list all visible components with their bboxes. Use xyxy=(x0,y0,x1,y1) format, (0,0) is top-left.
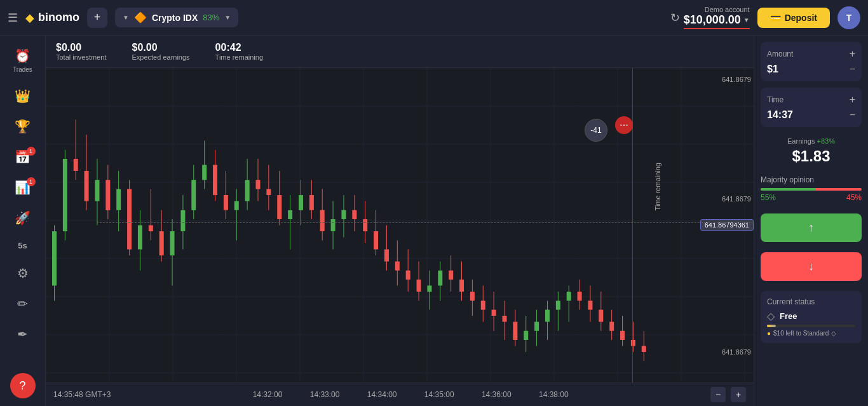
chart-canvas: 641.8679 641.8679 641.8679 641.86794361 … xyxy=(46,68,754,382)
price-label-top: 641.8679 xyxy=(719,74,754,85)
earnings-value: $1.83 xyxy=(761,147,862,165)
status-value: Free xyxy=(780,311,797,321)
diamond-icon: ◇ xyxy=(767,310,775,322)
price-label-mid: 641.8679 xyxy=(719,194,754,204)
left-sidebar: ⏰ Trades 👑 🏆 📅 1 📊 1 🚀 5s ⚙ ✏ ✒ xyxy=(0,36,46,406)
earnings-pct: +83% xyxy=(817,137,835,145)
down-arrow-icon: ↓ xyxy=(808,260,814,273)
amount-section: Amount + $1 − xyxy=(761,42,862,81)
up-arrow-icon: ↑ xyxy=(808,221,814,234)
time-section: Time + 14:37 − xyxy=(761,88,862,127)
trade-up-button[interactable]: ↑ xyxy=(761,213,862,242)
sidebar-item-trades[interactable]: ⏰ Trades xyxy=(5,43,41,78)
current-price-label: 641.86794361 xyxy=(700,219,754,231)
majority-bar-green xyxy=(761,188,816,191)
countdown-bubble: -41 xyxy=(585,119,607,142)
time-remaining-value: 00:42 xyxy=(215,42,263,53)
demo-account: Demo account $10,000.00 ▼ xyxy=(684,6,750,29)
logo-icon: ◆ xyxy=(25,11,34,25)
red-dot-indicator: ⋯ xyxy=(615,116,633,134)
sidebar-bottom: ? xyxy=(10,373,36,398)
zoom-out-button[interactable]: − xyxy=(710,387,726,402)
stat-expected-earnings: $0.00 Expected earnings xyxy=(132,42,189,61)
progress-bar-fill xyxy=(767,325,776,327)
status-info: Free xyxy=(780,311,797,321)
stat-time-remaining: 00:42 Time remaining xyxy=(215,42,263,61)
majority-section: Majority opinion 55% 45% xyxy=(761,175,862,207)
chevron-left-icon: ▼ xyxy=(123,14,129,21)
time-axis-2: 14:33:00 xyxy=(310,390,340,399)
expected-earnings-value: $0.00 xyxy=(132,42,189,53)
menu-icon[interactable]: ☰ xyxy=(8,11,18,25)
asset-pct: 83% xyxy=(203,13,219,22)
deposit-icon: 💳 xyxy=(770,13,781,23)
refresh-icon: ↻ xyxy=(670,11,680,25)
majority-pcts: 55% 45% xyxy=(761,193,862,202)
draw-icon: ✏ xyxy=(17,296,28,311)
sidebar-item-tournaments[interactable]: 🏆 xyxy=(5,114,41,139)
demo-underline xyxy=(684,28,750,29)
status-section-label: Current status xyxy=(767,297,855,306)
time-plus-button[interactable]: + xyxy=(850,94,855,105)
help-button[interactable]: ? xyxy=(10,373,36,398)
sidebar-label-trades: Trades xyxy=(13,66,32,73)
horizontal-dashed-line xyxy=(97,222,754,223)
logo: ◆ binomo xyxy=(25,11,79,25)
sidebar-item-indicator[interactable]: 📊 1 xyxy=(5,175,41,200)
sidebar-item-strategies[interactable]: 🚀 xyxy=(5,205,41,231)
majority-bar xyxy=(761,188,862,191)
amount-minus-button[interactable]: − xyxy=(850,64,855,75)
tournaments-icon: 🏆 xyxy=(15,119,31,134)
progress-label: ● $10 left to Standard ◇ xyxy=(767,330,855,337)
trade-down-button[interactable]: ↓ xyxy=(761,252,862,281)
sidebar-item-interval[interactable]: 5s xyxy=(5,236,41,255)
time-axis: 14:32:00 14:33:00 14:34:00 14:35:00 14:3… xyxy=(116,390,705,399)
main-layout: ⏰ Trades 👑 🏆 📅 1 📊 1 🚀 5s ⚙ ✏ ✒ xyxy=(0,36,868,406)
sidebar-item-calendar[interactable]: 📅 1 xyxy=(5,144,41,170)
earnings-section: Earnings +83% $1.83 xyxy=(761,133,862,169)
total-investment-value: $0.00 xyxy=(56,42,106,53)
deposit-button[interactable]: 💳 Deposit xyxy=(757,8,830,28)
topnav: ☰ ◆ binomo + ▼ 🔶 Crypto IDX 83% ▼ ↻ Demo… xyxy=(0,0,868,36)
chart-time-label: 14:35:48 GMT+3 xyxy=(53,390,111,399)
sidebar-item-top-traders[interactable]: 👑 xyxy=(5,83,41,109)
amount-plus-button[interactable]: + xyxy=(850,48,855,60)
demo-chevron-icon[interactable]: ▼ xyxy=(743,17,750,24)
time-axis-5: 14:36:00 xyxy=(482,390,512,399)
demo-amount-value: $10,000.00 xyxy=(684,13,741,27)
time-axis-4: 14:35:00 xyxy=(424,390,454,399)
top-traders-icon: 👑 xyxy=(15,88,31,104)
dot-icon: ⋯ xyxy=(620,120,628,130)
strategies-icon: 🚀 xyxy=(15,210,31,226)
current-status: ◇ Free xyxy=(767,310,855,322)
earnings-label-text: Earnings xyxy=(787,137,817,145)
status-section: Current status ◇ Free ● $10 left to Stan… xyxy=(761,291,862,343)
asset-name: Crypto IDX xyxy=(152,13,198,23)
sidebar-item-settings[interactable]: ⚙ xyxy=(5,261,41,286)
vertical-line xyxy=(632,68,633,382)
majority-red-pct: 45% xyxy=(846,193,862,202)
majority-green-pct: 55% xyxy=(761,193,776,202)
asset-selector[interactable]: ▼ 🔶 Crypto IDX 83% ▼ xyxy=(115,8,238,27)
crypto-icon: 🔶 xyxy=(134,11,147,24)
price-label-bot: 641.8679 xyxy=(719,347,754,357)
time-value: 14:37 xyxy=(767,109,793,121)
chart-topbar: $0.00 Total investment $0.00 Expected ea… xyxy=(46,36,754,68)
indicator-badge: 1 xyxy=(27,177,36,186)
sidebar-item-draw2[interactable]: ✒ xyxy=(5,321,41,347)
progress-text: $10 left to Standard xyxy=(773,330,829,337)
avatar[interactable]: T xyxy=(837,6,860,29)
sidebar-item-draw[interactable]: ✏ xyxy=(5,291,41,316)
time-label: Time xyxy=(767,95,783,104)
chart-area: $0.00 Total investment $0.00 Expected ea… xyxy=(46,36,754,406)
progress-bar-bg xyxy=(767,325,855,327)
time-axis-3: 14:34:00 xyxy=(367,390,397,399)
add-button[interactable]: + xyxy=(87,8,107,28)
logo-text: binomo xyxy=(38,11,79,24)
calendar-badge: 1 xyxy=(27,147,36,156)
time-axis-1: 14:32:00 xyxy=(253,390,283,399)
time-minus-button[interactable]: − xyxy=(850,109,855,121)
progress-section: ● $10 left to Standard ◇ xyxy=(767,325,855,337)
gold-dot: ● xyxy=(767,330,771,337)
zoom-in-button[interactable]: + xyxy=(731,387,746,402)
